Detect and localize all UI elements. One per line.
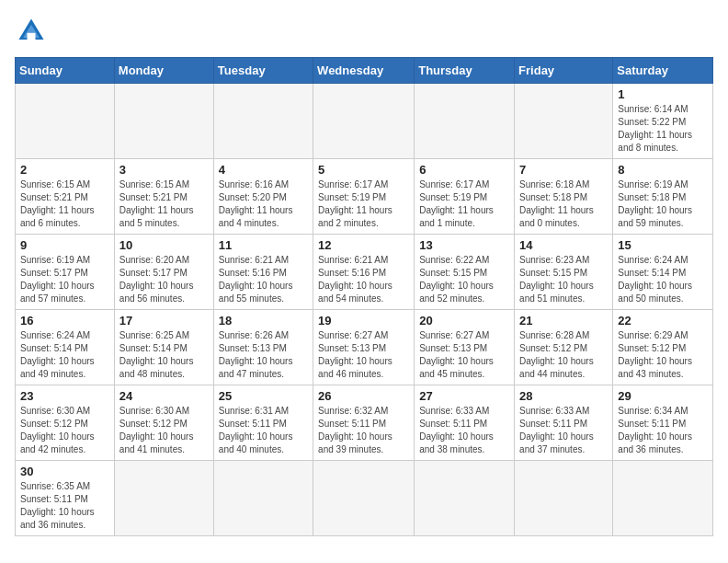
calendar-cell: 21Sunrise: 6:28 AM Sunset: 5:12 PM Dayli… bbox=[515, 310, 613, 385]
day-number: 8 bbox=[618, 163, 708, 177]
calendar-cell: 2Sunrise: 6:15 AM Sunset: 5:21 PM Daylig… bbox=[16, 159, 115, 235]
logo-icon bbox=[15, 15, 48, 48]
weekday-header-row: SundayMondayTuesdayWednesdayThursdayFrid… bbox=[16, 58, 713, 84]
day-number: 20 bbox=[419, 314, 509, 327]
calendar-cell bbox=[613, 461, 713, 536]
day-info: Sunrise: 6:30 AM Sunset: 5:12 PM Dayligh… bbox=[119, 405, 209, 456]
day-number: 24 bbox=[119, 389, 209, 403]
calendar-week-5: 30Sunrise: 6:35 AM Sunset: 5:11 PM Dayli… bbox=[16, 461, 713, 536]
day-info: Sunrise: 6:19 AM Sunset: 5:17 PM Dayligh… bbox=[20, 254, 109, 305]
day-info: Sunrise: 6:23 AM Sunset: 5:15 PM Dayligh… bbox=[519, 254, 608, 305]
day-number: 7 bbox=[519, 163, 608, 177]
day-number: 2 bbox=[20, 163, 109, 177]
calendar-cell: 5Sunrise: 6:17 AM Sunset: 5:19 PM Daylig… bbox=[313, 159, 415, 235]
day-info: Sunrise: 6:20 AM Sunset: 5:17 PM Dayligh… bbox=[119, 254, 209, 305]
day-info: Sunrise: 6:32 AM Sunset: 5:11 PM Dayligh… bbox=[318, 405, 409, 456]
calendar-cell: 1Sunrise: 6:14 AM Sunset: 5:22 PM Daylig… bbox=[613, 84, 713, 159]
day-info: Sunrise: 6:21 AM Sunset: 5:16 PM Dayligh… bbox=[219, 254, 308, 305]
calendar-cell: 16Sunrise: 6:24 AM Sunset: 5:14 PM Dayli… bbox=[16, 310, 115, 385]
day-number: 6 bbox=[419, 163, 509, 177]
day-info: Sunrise: 6:33 AM Sunset: 5:11 PM Dayligh… bbox=[519, 405, 608, 456]
day-number: 16 bbox=[20, 314, 109, 327]
weekday-header-wednesday: Wednesday bbox=[313, 58, 415, 84]
calendar-cell: 26Sunrise: 6:32 AM Sunset: 5:11 PM Dayli… bbox=[313, 385, 415, 461]
logo bbox=[15, 15, 53, 48]
calendar-cell bbox=[515, 461, 613, 536]
day-info: Sunrise: 6:24 AM Sunset: 5:14 PM Dayligh… bbox=[20, 329, 109, 381]
calendar-week-1: 2Sunrise: 6:15 AM Sunset: 5:21 PM Daylig… bbox=[16, 159, 713, 235]
day-info: Sunrise: 6:33 AM Sunset: 5:11 PM Dayligh… bbox=[419, 405, 509, 456]
day-info: Sunrise: 6:25 AM Sunset: 5:14 PM Dayligh… bbox=[119, 329, 209, 381]
calendar-week-2: 9Sunrise: 6:19 AM Sunset: 5:17 PM Daylig… bbox=[16, 235, 713, 310]
calendar-cell: 3Sunrise: 6:15 AM Sunset: 5:21 PM Daylig… bbox=[114, 159, 213, 235]
day-number: 13 bbox=[419, 238, 509, 252]
calendar-cell: 18Sunrise: 6:26 AM Sunset: 5:13 PM Dayli… bbox=[213, 310, 313, 385]
calendar-cell bbox=[313, 84, 415, 159]
calendar-cell: 12Sunrise: 6:21 AM Sunset: 5:16 PM Dayli… bbox=[313, 235, 415, 310]
day-number: 1 bbox=[618, 87, 708, 101]
day-number: 19 bbox=[318, 314, 409, 327]
weekday-header-thursday: Thursday bbox=[415, 58, 515, 84]
svg-rect-2 bbox=[28, 33, 36, 40]
calendar-cell: 7Sunrise: 6:18 AM Sunset: 5:18 PM Daylig… bbox=[515, 159, 613, 235]
day-number: 17 bbox=[119, 314, 209, 327]
day-info: Sunrise: 6:21 AM Sunset: 5:16 PM Dayligh… bbox=[318, 254, 409, 305]
calendar-cell: 14Sunrise: 6:23 AM Sunset: 5:15 PM Dayli… bbox=[515, 235, 613, 310]
day-number: 30 bbox=[20, 465, 109, 478]
day-number: 26 bbox=[318, 389, 409, 403]
calendar-cell bbox=[213, 84, 313, 159]
weekday-header-friday: Friday bbox=[515, 58, 613, 84]
day-number: 10 bbox=[119, 238, 209, 252]
calendar-cell: 15Sunrise: 6:24 AM Sunset: 5:14 PM Dayli… bbox=[613, 235, 713, 310]
calendar-cell: 11Sunrise: 6:21 AM Sunset: 5:16 PM Dayli… bbox=[213, 235, 313, 310]
day-number: 29 bbox=[618, 389, 708, 403]
weekday-header-saturday: Saturday bbox=[613, 58, 713, 84]
day-info: Sunrise: 6:28 AM Sunset: 5:12 PM Dayligh… bbox=[519, 329, 608, 381]
calendar-cell bbox=[213, 461, 313, 536]
day-info: Sunrise: 6:24 AM Sunset: 5:14 PM Dayligh… bbox=[618, 254, 708, 305]
weekday-header-tuesday: Tuesday bbox=[213, 58, 313, 84]
calendar-cell bbox=[515, 84, 613, 159]
day-number: 12 bbox=[318, 238, 409, 252]
day-number: 22 bbox=[618, 314, 708, 327]
day-info: Sunrise: 6:14 AM Sunset: 5:22 PM Dayligh… bbox=[618, 103, 708, 155]
page-header bbox=[15, 15, 713, 48]
calendar-cell: 22Sunrise: 6:29 AM Sunset: 5:12 PM Dayli… bbox=[613, 310, 713, 385]
calendar-cell: 24Sunrise: 6:30 AM Sunset: 5:12 PM Dayli… bbox=[114, 385, 213, 461]
day-number: 14 bbox=[519, 238, 608, 252]
weekday-header-monday: Monday bbox=[114, 58, 213, 84]
day-info: Sunrise: 6:34 AM Sunset: 5:11 PM Dayligh… bbox=[618, 405, 708, 456]
calendar-cell: 20Sunrise: 6:27 AM Sunset: 5:13 PM Dayli… bbox=[415, 310, 515, 385]
calendar-cell: 17Sunrise: 6:25 AM Sunset: 5:14 PM Dayli… bbox=[114, 310, 213, 385]
day-number: 18 bbox=[219, 314, 308, 327]
calendar-cell: 30Sunrise: 6:35 AM Sunset: 5:11 PM Dayli… bbox=[16, 461, 115, 536]
day-number: 11 bbox=[219, 238, 308, 252]
calendar-cell: 19Sunrise: 6:27 AM Sunset: 5:13 PM Dayli… bbox=[313, 310, 415, 385]
day-info: Sunrise: 6:35 AM Sunset: 5:11 PM Dayligh… bbox=[20, 480, 109, 532]
weekday-header-sunday: Sunday bbox=[16, 58, 115, 84]
calendar-cell: 25Sunrise: 6:31 AM Sunset: 5:11 PM Dayli… bbox=[213, 385, 313, 461]
calendar-week-4: 23Sunrise: 6:30 AM Sunset: 5:12 PM Dayli… bbox=[16, 385, 713, 461]
day-info: Sunrise: 6:17 AM Sunset: 5:19 PM Dayligh… bbox=[318, 178, 409, 230]
calendar-cell: 6Sunrise: 6:17 AM Sunset: 5:19 PM Daylig… bbox=[415, 159, 515, 235]
calendar-cell: 13Sunrise: 6:22 AM Sunset: 5:15 PM Dayli… bbox=[415, 235, 515, 310]
calendar-table: SundayMondayTuesdayWednesdayThursdayFrid… bbox=[15, 57, 713, 536]
day-info: Sunrise: 6:15 AM Sunset: 5:21 PM Dayligh… bbox=[119, 178, 209, 230]
calendar-cell: 28Sunrise: 6:33 AM Sunset: 5:11 PM Dayli… bbox=[515, 385, 613, 461]
day-number: 27 bbox=[419, 389, 509, 403]
day-number: 9 bbox=[20, 238, 109, 252]
calendar-week-3: 16Sunrise: 6:24 AM Sunset: 5:14 PM Dayli… bbox=[16, 310, 713, 385]
day-number: 23 bbox=[20, 389, 109, 403]
day-number: 25 bbox=[219, 389, 308, 403]
day-number: 3 bbox=[119, 163, 209, 177]
day-info: Sunrise: 6:22 AM Sunset: 5:15 PM Dayligh… bbox=[419, 254, 509, 305]
calendar-cell: 4Sunrise: 6:16 AM Sunset: 5:20 PM Daylig… bbox=[213, 159, 313, 235]
day-info: Sunrise: 6:29 AM Sunset: 5:12 PM Dayligh… bbox=[618, 329, 708, 381]
calendar-cell: 10Sunrise: 6:20 AM Sunset: 5:17 PM Dayli… bbox=[114, 235, 213, 310]
calendar-cell bbox=[114, 84, 213, 159]
day-info: Sunrise: 6:31 AM Sunset: 5:11 PM Dayligh… bbox=[219, 405, 308, 456]
calendar-cell: 29Sunrise: 6:34 AM Sunset: 5:11 PM Dayli… bbox=[613, 385, 713, 461]
day-info: Sunrise: 6:30 AM Sunset: 5:12 PM Dayligh… bbox=[20, 405, 109, 456]
day-number: 28 bbox=[519, 389, 608, 403]
day-info: Sunrise: 6:27 AM Sunset: 5:13 PM Dayligh… bbox=[318, 329, 409, 381]
